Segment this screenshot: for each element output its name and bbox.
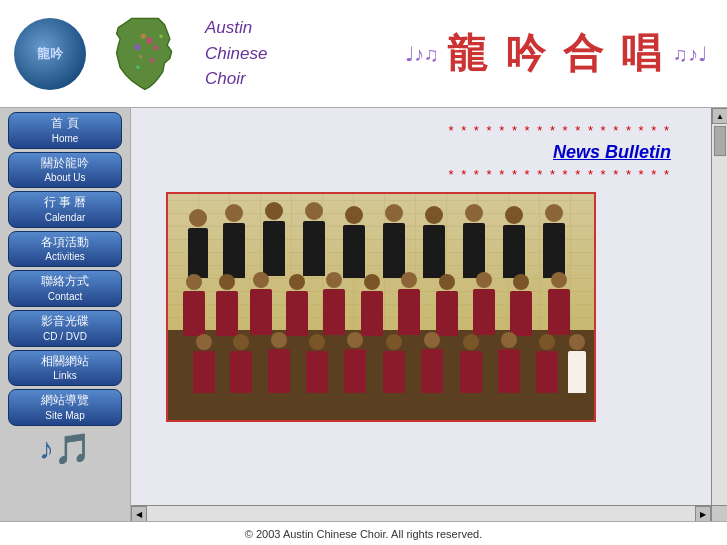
music-note-icon: ♪🎵 [39,431,91,466]
v-scroll-up[interactable]: ▲ [712,108,727,124]
choir-title-text: Austin Chinese Choir [205,15,267,92]
sidebar-item-home[interactable]: 首 頁 Home [8,112,122,149]
v-scroll-thumb[interactable] [714,126,726,156]
person-7 [423,206,445,278]
sidebar: 首 頁 Home 關於龍吟 About Us 行 事 曆 Calendar 各項… [0,108,130,521]
svg-text:★: ★ [132,40,143,54]
person-m6 [361,274,383,336]
person-f7 [421,332,443,393]
person-8 [463,204,485,278]
home-chinese: 首 頁 [13,116,117,132]
person-1 [188,209,208,278]
chinese-title-area: ♩♪♫ 龍 吟 合 唱 ♫♪♩ [267,26,727,81]
svg-point-2 [146,37,153,44]
person-m3 [250,272,272,335]
scrollbar-corner [711,505,727,521]
person-f10 [536,334,558,393]
header: 龍吟 ★ Austin Chinese Choir ♩♪♫ 龍 吟 [0,0,727,108]
calendar-english: Calendar [13,211,117,224]
svg-point-7 [159,34,163,38]
svg-marker-0 [117,18,172,89]
contact-chinese: 聯絡方式 [13,274,117,290]
copyright-text: © 2003 Austin Chinese Choir. All rights … [245,528,482,540]
sitemap-chinese: 網站導覽 [13,393,117,409]
person-m7 [398,272,420,335]
person-f1 [193,334,215,393]
choir-photo [166,192,596,422]
svg-point-4 [141,33,146,38]
links-chinese: 相關網站 [13,354,117,370]
person-3 [263,202,285,276]
person-m10 [510,274,532,336]
person-9 [503,206,525,278]
person-f4 [306,334,328,393]
links-english: Links [13,369,117,382]
person-m4 [286,274,308,336]
person-6 [383,204,405,278]
main-layout: 首 頁 Home 關於龍吟 About Us 行 事 曆 Calendar 各項… [0,108,727,521]
person-m8 [436,274,458,336]
sitemap-english: Site Map [13,409,117,422]
logo-container: 龍吟 [10,9,90,99]
person-f5 [344,332,366,393]
calendar-chinese: 行 事 曆 [13,195,117,211]
person-f3 [268,332,290,393]
texas-map: ★ [90,9,200,99]
v-scrollbar[interactable]: ▲ ▼ [711,108,727,521]
home-english: Home [13,132,117,145]
sidebar-item-contact[interactable]: 聯絡方式 Contact [8,270,122,307]
footer: © 2003 Austin Chinese Choir. All rights … [0,521,727,545]
news-bulletin-link[interactable]: News Bulletin [146,142,671,163]
h-scrollbar[interactable]: ◀ ▶ [131,505,711,521]
logo-text: 龍吟 [37,45,63,63]
cddvd-english: CD / DVD [13,330,117,343]
activities-chinese: 各項活動 [13,235,117,251]
h-scroll-right[interactable]: ▶ [695,506,711,521]
h-scroll-track [147,506,695,521]
person-5 [343,206,365,278]
person-f9 [498,332,520,393]
music-decoration: ♪🎵 [8,431,122,466]
person-f11 [568,334,586,393]
star-line-top: * * * * * * * * * * * * * * * * * * [146,123,671,138]
header-title: Austin Chinese Choir [205,15,267,92]
cddvd-chinese: 影音光碟 [13,314,117,330]
music-notes-left: ♩♪♫ [405,42,439,66]
logo-circle: 龍吟 [14,18,86,90]
person-4 [303,202,325,276]
v-scroll-track [712,124,727,505]
person-m5 [323,272,345,335]
news-section: * * * * * * * * * * * * * * * * * * News… [146,123,681,182]
person-2 [223,204,245,278]
chinese-title: 龍 吟 合 唱 [447,26,665,81]
person-m2 [216,274,238,336]
music-notes-right: ♫♪♩ [673,42,707,66]
choir-scene [168,194,594,420]
person-f6 [383,334,405,393]
sidebar-item-calendar[interactable]: 行 事 曆 Calendar [8,191,122,228]
texas-svg: ★ [100,14,190,94]
star-line-bottom: * * * * * * * * * * * * * * * * * * [146,167,671,182]
svg-point-5 [149,57,154,62]
svg-point-8 [136,65,140,69]
sidebar-item-about[interactable]: 關於龍吟 About Us [8,152,122,189]
person-10 [543,204,565,278]
content-area: ▲ ▼ ◀ ▶ * * * * * * * * * * * * * * * * … [130,108,727,521]
sidebar-item-activities[interactable]: 各項活動 Activities [8,231,122,268]
svg-point-3 [153,45,158,50]
person-f2 [230,334,252,393]
sidebar-item-cddvd[interactable]: 影音光碟 CD / DVD [8,310,122,347]
content-inner: * * * * * * * * * * * * * * * * * * News… [131,108,711,452]
person-f8 [460,334,482,393]
sidebar-item-links[interactable]: 相關網站 Links [8,350,122,387]
person-m9 [473,272,495,335]
svg-point-6 [139,54,143,58]
person-m11 [548,272,570,335]
activities-english: Activities [13,250,117,263]
about-chinese: 關於龍吟 [13,156,117,172]
person-m1 [183,274,205,336]
about-english: About Us [13,171,117,184]
sidebar-item-sitemap[interactable]: 網站導覽 Site Map [8,389,122,426]
contact-english: Contact [13,290,117,303]
h-scroll-left[interactable]: ◀ [131,506,147,521]
